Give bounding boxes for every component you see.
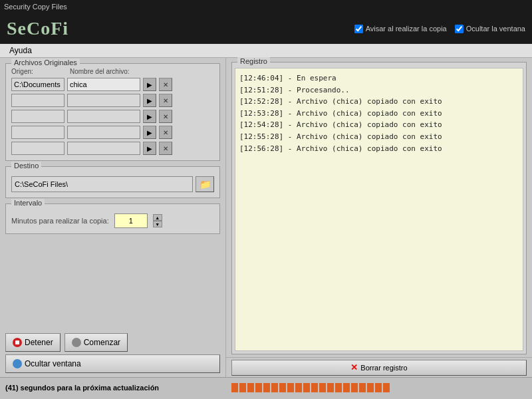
progress-block [375,383,382,392]
col-labels: Origen: Nombre del archivo: [11,68,214,75]
name-input-2[interactable] [67,110,140,123]
archivos-group: Archivos Originales Origen: Nombre del a… [5,63,220,161]
progress-block [327,383,334,392]
origin-input-0[interactable] [11,78,65,91]
checkbox-avisar[interactable] [354,25,363,33]
progress-block [287,383,294,392]
stop-icon [13,338,22,347]
progress-block [359,383,366,392]
secondary-btn-row: Ocultar ventana [5,354,220,373]
remove-btn-3[interactable]: ✕ [159,126,172,139]
checkbox-ocultar-label: Ocultar la ventana [466,25,525,33]
start-button[interactable]: Comenzar [65,333,128,352]
arrow-btn-0[interactable]: ▶ [143,78,156,91]
spinner-buttons: ▲ ▼ [153,214,162,227]
name-input-1[interactable] [67,94,140,107]
left-column: Archivos Originales Origen: Nombre del a… [0,58,226,377]
file-row: ▶ ✕ [11,126,214,139]
status-text: (41) segundos para la próxima actualizac… [0,384,226,392]
arrow-btn-4[interactable]: ▶ [143,142,156,155]
name-input-3[interactable] [67,126,140,139]
log-line: [12:55:28] - Archivo (chica) copiado con… [239,131,519,143]
app-title: Security Copy Files [4,3,67,11]
intervalo-label: Minutos para realizar la copia: [11,217,109,225]
progress-block [271,383,278,392]
progress-block [279,383,286,392]
folder-button[interactable]: 📁 [196,176,214,192]
clear-icon: ✕ [350,362,358,372]
right-column: Registro [12:46:04] - En espera[12:51:28… [226,58,532,377]
menu-ayuda[interactable]: Ayuda [5,45,36,57]
stop-label: Detener [25,338,53,347]
clear-button[interactable]: ✕ Borrar registro [231,360,527,376]
checkbox-ocultar[interactable] [455,25,464,33]
progress-block [319,383,326,392]
checkbox-avisar-label: Avisar al realizar la copia [366,25,447,33]
intervalo-group-title: Intervalo [11,199,45,207]
spinner-up[interactable]: ▲ [153,214,162,221]
intervalo-section: Intervalo Minutos para realizar la copia… [0,201,225,237]
progress-block [383,383,390,392]
start-label: Comenzar [84,338,120,347]
archivos-group-title: Archivos Originales [11,59,80,66]
intervalo-group: Intervalo Minutos para realizar la copia… [5,203,220,234]
header-options: Avisar al realizar la copia Ocultar la v… [354,25,525,33]
hide-label: Ocultar ventana [25,359,81,368]
progress-block [311,383,318,392]
start-icon [72,338,81,347]
registro-log: [12:46:04] - En espera[12:51:28] - Proce… [235,68,523,351]
col-origen-label: Origen: [11,68,65,75]
log-line: [12:46:04] - En espera [239,72,519,84]
origin-input-4[interactable] [11,142,65,155]
progress-block [351,383,358,392]
arrow-btn-2[interactable]: ▶ [143,110,156,123]
hide-button[interactable]: Ocultar ventana [5,354,220,373]
registro-group: Registro [12:46:04] - En espera[12:51:28… [231,62,527,354]
progress-block [343,383,350,392]
progress-block [295,383,302,392]
checkbox-avisar-item: Avisar al realizar la copia [354,25,447,33]
right-footer: ✕ Borrar registro [226,357,532,377]
hide-icon [13,359,22,368]
log-line: [12:54:28] - Archivo (chica) copiado con… [239,119,519,131]
progress-block [239,383,246,392]
destino-input[interactable] [11,176,193,192]
remove-btn-4[interactable]: ✕ [159,142,172,155]
right-main: Registro [12:46:04] - En espera[12:51:28… [226,58,532,357]
content-area: Archivos Originales Origen: Nombre del a… [0,58,532,377]
progress-block [303,383,310,392]
action-buttons: Detener Comenzar Ocultar ventana [0,331,225,377]
name-input-4[interactable] [67,142,140,155]
title-bar: Security Copy Files [0,0,532,13]
origin-input-2[interactable] [11,110,65,123]
progress-block [367,383,374,392]
log-line: [12:56:28] - Archivo (chica) copiado con… [239,143,519,155]
log-line: [12:51:28] - Procesando.. [239,84,519,96]
status-bar: (41) segundos para la próxima actualizac… [0,377,532,397]
spinner-down[interactable]: ▼ [153,221,162,227]
stop-button[interactable]: Detener [5,333,61,352]
app-logo: SeCoFi [7,18,68,39]
menubar: Ayuda [0,44,532,58]
progress-block [255,383,262,392]
remove-btn-2[interactable]: ✕ [159,110,172,123]
destino-group: Destino 📁 [5,166,220,198]
intervalo-row: Minutos para realizar la copia: ▲ ▼ [11,213,214,228]
origin-input-3[interactable] [11,126,65,139]
progress-bar [231,383,390,392]
log-line: [12:53:28] - Archivo (chica) copiado con… [239,108,519,120]
origin-input-1[interactable] [11,94,65,107]
col-nombre-label: Nombre del archivo: [70,68,143,75]
arrow-btn-3[interactable]: ▶ [143,126,156,139]
file-row: ▶ ✕ [11,94,214,107]
remove-btn-0[interactable]: ✕ [159,78,172,91]
arrow-btn-1[interactable]: ▶ [143,94,156,107]
log-line: [12:52:28] - Archivo (chica) copiado con… [239,96,519,108]
progress-block [263,383,270,392]
name-input-0[interactable] [67,78,140,91]
remove-btn-1[interactable]: ✕ [159,94,172,107]
progress-block [335,383,342,392]
file-row: ▶ ✕ [11,110,214,123]
checkbox-ocultar-item: Ocultar la ventana [455,25,525,33]
intervalo-input[interactable] [114,213,148,228]
